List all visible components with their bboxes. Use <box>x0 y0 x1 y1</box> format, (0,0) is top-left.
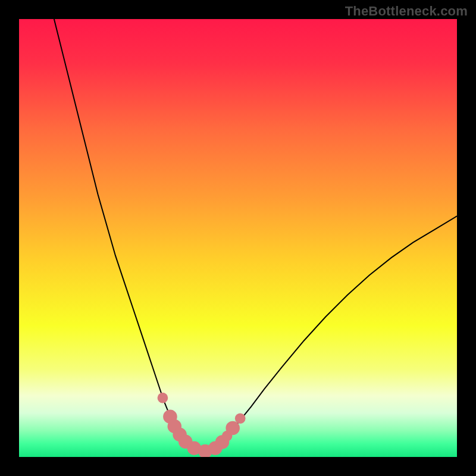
gradient-background <box>19 19 457 457</box>
plot-area <box>19 19 457 457</box>
curve-marker <box>158 393 168 403</box>
plot-svg <box>19 19 457 457</box>
curve-marker <box>235 413 246 424</box>
watermark-text: TheBottleneck.com <box>345 4 468 19</box>
chart-frame: TheBottleneck.com <box>0 0 476 476</box>
curve-marker <box>226 421 240 436</box>
